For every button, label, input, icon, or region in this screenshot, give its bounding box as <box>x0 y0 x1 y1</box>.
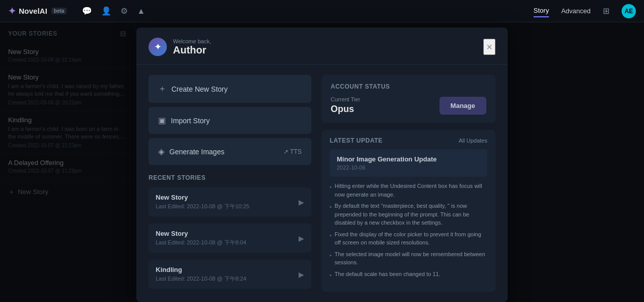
import-icon: ▣ <box>158 116 166 125</box>
story-arrow-3: ▶ <box>299 270 304 279</box>
navbar-right: Story Advanced ⊞ AE <box>534 4 636 18</box>
generate-icon: ◈ <box>158 147 164 156</box>
update-item-4: • The selected image model will now be r… <box>330 250 487 267</box>
update-item-2: • By default the text "masterpiece, best… <box>330 202 487 227</box>
chat-icon[interactable]: 💬 <box>82 6 92 16</box>
latest-update-section: Latest Update All Updates Minor Image Ge… <box>321 130 495 292</box>
tier-label: Current Tier <box>331 96 360 102</box>
create-new-story-button[interactable]: ＋ Create New Story <box>149 75 311 103</box>
update-item-1: • Hitting enter while the Undesired Cont… <box>330 182 487 199</box>
brand-logo[interactable]: ✦ NovelAI beta <box>8 6 67 17</box>
bullet-3: • <box>330 231 332 240</box>
update-text-2: By default the text "masterpiece, best q… <box>335 202 487 227</box>
navbar: ✦ NovelAI beta 💬 👤 ⚙ ▲ Story Advanced ⊞ … <box>0 0 644 22</box>
update-header: Latest Update All Updates <box>330 137 487 144</box>
brand-name: NovelAI <box>19 7 47 15</box>
bullet-4: • <box>330 251 332 260</box>
create-story-label: Create New Story <box>171 85 227 93</box>
import-story-button[interactable]: ▣ Import Story <box>149 107 311 134</box>
avatar[interactable]: AE <box>622 4 636 18</box>
external-tts-icon: ↗ TTS <box>283 148 302 155</box>
upload-icon[interactable]: ▲ <box>137 7 145 16</box>
modal-header: ✦ Welcome back, Author × <box>136 28 508 65</box>
recent-stories-title: Recent Stories <box>149 174 311 181</box>
recent-story-3[interactable]: Kindling Last Edited: 2022-10-08 @ 下午8:2… <box>149 260 311 289</box>
recent-story-name-2: New Story <box>156 230 246 237</box>
all-updates-link[interactable]: All Updates <box>459 138 487 144</box>
update-text-5: The default scale has been changed to 11… <box>335 270 441 279</box>
navbar-icons: 💬 👤 ⚙ ▲ <box>82 6 145 16</box>
recent-story-date-2: Last Edited: 2022-10-08 @ 下午8:04 <box>156 239 246 246</box>
update-text-4: The selected image model will now be rem… <box>335 250 487 267</box>
bullet-2: • <box>330 203 332 211</box>
story-arrow-2: ▶ <box>299 234 304 242</box>
modal-left-column: ＋ Create New Story ▣ Import Story ◈ Gene… <box>149 75 311 292</box>
author-name: Author <box>173 44 211 56</box>
plus-create-icon: ＋ <box>158 84 166 94</box>
update-text-1: Hitting enter while the Undesired Conten… <box>335 182 487 199</box>
story-arrow-1: ▶ <box>299 198 304 206</box>
recent-story-name-1: New Story <box>156 194 249 201</box>
modal-body: ＋ Create New Story ▣ Import Story ◈ Gene… <box>136 65 508 302</box>
tab-advanced[interactable]: Advanced <box>561 5 591 17</box>
modal-brand-icon: ✦ <box>149 38 167 56</box>
update-card-title: Minor Image Generation Update <box>337 155 480 163</box>
modal: ✦ Welcome back, Author × ＋ Create New St… <box>136 28 508 302</box>
settings-icon[interactable]: ⚙ <box>121 6 128 16</box>
update-text-3: Fixed the display of the color picker to… <box>335 230 487 247</box>
grid-icon[interactable]: ⊞ <box>603 6 609 16</box>
recent-story-date-3: Last Edited: 2022-10-08 @ 下午8:24 <box>156 275 246 283</box>
tier-name: Opus <box>331 104 360 115</box>
generate-images-button[interactable]: ◈ Generate Images ↗ TTS <box>149 138 311 165</box>
latest-update-title: Latest Update <box>330 137 383 144</box>
bullet-1: • <box>330 183 332 191</box>
generate-images-label: Generate Images <box>169 148 224 156</box>
manage-button[interactable]: Manage <box>440 97 486 115</box>
modal-right-column: Account Status Current Tier Opus Manage … <box>321 75 495 292</box>
recent-story-name-3: Kindling <box>156 266 246 273</box>
recent-story-1[interactable]: New Story Last Edited: 2022-10-08 @ 下午10… <box>149 187 311 216</box>
account-status-section: Account Status Current Tier Opus Manage <box>321 75 495 123</box>
import-story-label: Import Story <box>171 117 210 125</box>
tier-row: Current Tier Opus Manage <box>331 96 486 115</box>
modal-close-button[interactable]: × <box>483 39 495 55</box>
account-status-title: Account Status <box>331 83 486 90</box>
modal-overlay[interactable]: ✦ Welcome back, Author × ＋ Create New St… <box>0 22 644 302</box>
update-list: • Hitting enter while the Undesired Cont… <box>330 182 487 279</box>
bullet-5: • <box>330 271 332 280</box>
update-item-3: • Fixed the display of the color picker … <box>330 230 487 247</box>
update-item-5: • The default scale has been changed to … <box>330 270 487 280</box>
update-card: Minor Image Generation Update 2022-10-06 <box>330 149 487 177</box>
recent-story-date-1: Last Edited: 2022-10-08 @ 下午10:25 <box>156 203 249 210</box>
modal-header-text: Welcome back, Author <box>173 38 211 56</box>
welcome-text: Welcome back, <box>173 38 211 44</box>
beta-badge: beta <box>51 8 67 14</box>
recent-story-2[interactable]: New Story Last Edited: 2022-10-08 @ 下午8:… <box>149 224 311 253</box>
tab-story[interactable]: Story <box>534 5 549 17</box>
update-card-date: 2022-10-06 <box>337 164 480 171</box>
brand-icon: ✦ <box>8 6 16 17</box>
user-icon[interactable]: 👤 <box>101 6 111 16</box>
